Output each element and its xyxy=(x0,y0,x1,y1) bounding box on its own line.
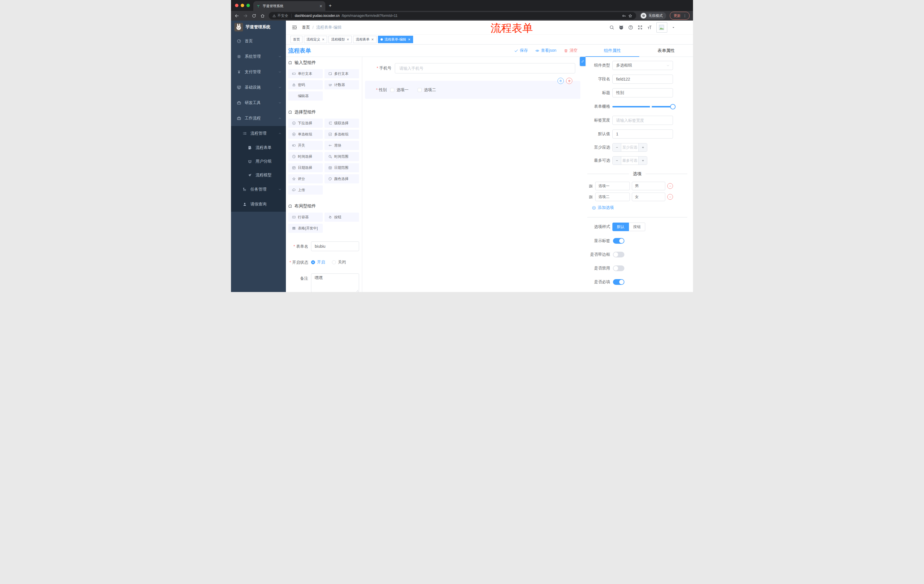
password-key-icon[interactable] xyxy=(622,14,626,18)
title-input[interactable] xyxy=(612,88,673,97)
form-remark-textarea[interactable]: 嘿嘿 xyxy=(311,273,359,292)
palette-item-table-dev[interactable]: 表格[开发中] xyxy=(288,224,323,233)
tag-process-form-edit[interactable]: 流程表单-编辑 ✕ xyxy=(378,36,413,43)
remove-option-button[interactable] xyxy=(667,194,673,200)
link-tab[interactable] xyxy=(580,57,586,66)
home-icon[interactable] xyxy=(260,13,265,18)
sidebar-item-home[interactable]: 首页 xyxy=(231,33,286,49)
avatar-caret-icon[interactable] xyxy=(672,26,675,30)
toggle-with-border[interactable] xyxy=(613,252,624,257)
field-name-input[interactable] xyxy=(612,74,673,84)
drag-handle-icon[interactable] xyxy=(588,184,593,189)
drag-handle-icon[interactable] xyxy=(588,194,593,199)
sidebar-item-process-model[interactable]: 流程模型 xyxy=(231,168,286,182)
style-option-default[interactable]: 默认 xyxy=(612,222,629,231)
window-zoom-button[interactable] xyxy=(246,4,250,7)
browser-update-button[interactable]: 更新 xyxy=(670,12,690,20)
toggle-required[interactable] xyxy=(613,279,624,285)
copy-component-button[interactable] xyxy=(558,78,564,84)
back-icon[interactable] xyxy=(234,13,239,18)
hamburger-icon[interactable] xyxy=(292,25,297,30)
palette-item-button[interactable]: 按钮 xyxy=(325,212,359,222)
tag-process-model[interactable]: 流程模型 ✕ xyxy=(328,36,351,43)
canvas-field-phone[interactable]: 手机号 xyxy=(367,63,575,73)
canvas-field-gender[interactable]: 性别 选项一 选项二 xyxy=(365,81,580,99)
palette-item-radio-group[interactable]: 单选框组 xyxy=(288,130,323,139)
slider-knob[interactable] xyxy=(670,104,676,109)
sidebar-item-payment[interactable]: 支付管理 xyxy=(231,64,286,80)
tab-form-props[interactable]: 表单属性 xyxy=(639,44,693,57)
tag-home[interactable]: 首页 xyxy=(290,36,302,43)
avatar[interactable] xyxy=(657,22,667,33)
palette-item-cascader[interactable]: 级联选择 xyxy=(325,118,359,128)
tag-close-icon[interactable]: ✕ xyxy=(322,38,325,41)
palette-item-multi-line-text[interactable]: 多行文本 xyxy=(325,69,359,78)
toggle-disabled[interactable] xyxy=(613,265,624,271)
stepper-plus-button[interactable] xyxy=(639,156,647,165)
palette-item-single-line-text[interactable]: 单行文本 xyxy=(288,69,323,78)
palette-item-password[interactable]: 密码 xyxy=(288,80,323,89)
new-tab-button[interactable]: + xyxy=(329,3,332,8)
sidebar-item-workflow[interactable]: 工作流程 xyxy=(231,110,286,126)
palette-item-select[interactable]: 下拉选择 xyxy=(288,118,323,128)
form-name-input[interactable] xyxy=(311,242,359,251)
toggle-show-label[interactable] xyxy=(613,238,624,244)
tab-component-props[interactable]: 组件属性 xyxy=(586,44,639,57)
option-name-input[interactable] xyxy=(595,182,630,190)
sidebar-item-infra[interactable]: 基础设施 xyxy=(231,80,286,95)
delete-component-button[interactable] xyxy=(566,78,573,84)
sidebar-item-system[interactable]: 系统管理 xyxy=(231,49,286,64)
component-type-select[interactable]: 多选框组 xyxy=(612,61,673,70)
security-chip[interactable]: 不安全 xyxy=(272,13,288,18)
breadcrumb-home[interactable]: 首页 xyxy=(302,25,310,30)
stepper-minus-button[interactable] xyxy=(613,156,621,165)
save-button[interactable]: 保存 xyxy=(514,48,528,53)
fullscreen-icon[interactable] xyxy=(637,25,643,30)
help-icon[interactable] xyxy=(628,25,633,30)
tag-close-icon[interactable]: ✕ xyxy=(408,38,411,41)
palette-item-editor[interactable]: 编辑器 xyxy=(288,91,323,100)
option-name-input[interactable] xyxy=(595,192,630,201)
palette-item-date-picker[interactable]: 日期选择 xyxy=(288,163,323,172)
palette-item-upload[interactable]: 上传 xyxy=(288,186,323,194)
browser-menu-icon[interactable] xyxy=(683,14,687,18)
palette-item-row-container[interactable]: 行容器 xyxy=(288,212,323,222)
forward-icon[interactable] xyxy=(243,13,248,18)
stepper-minus-button[interactable] xyxy=(613,143,621,151)
palette-item-time-range[interactable]: 时间范围 xyxy=(325,152,359,161)
clear-button[interactable]: 清空 xyxy=(564,48,578,53)
checkbox-unchecked-icon[interactable] xyxy=(390,88,394,92)
add-option-button[interactable]: 添加选项 xyxy=(592,205,693,210)
palette-item-date-range[interactable]: 日期范围 xyxy=(325,163,359,172)
tag-process-form[interactable]: 流程表单 ✕ xyxy=(353,36,376,43)
option-value-input[interactable] xyxy=(632,182,665,190)
slider-track[interactable] xyxy=(612,106,673,107)
reload-icon[interactable] xyxy=(252,13,256,18)
view-json-button[interactable]: 查看json xyxy=(535,48,556,53)
max-select-value[interactable]: 最多可选 xyxy=(621,156,639,165)
window-close-button[interactable] xyxy=(235,4,238,7)
tag-process-definition[interactable]: 流程定义 ✕ xyxy=(304,36,327,43)
checkbox-unchecked-icon[interactable] xyxy=(418,88,422,92)
phone-input[interactable] xyxy=(395,63,575,73)
palette-item-counter[interactable]: 123 计数器 xyxy=(325,80,359,89)
sidebar-item-task-mgmt[interactable]: 任务管理 xyxy=(231,182,286,197)
palette-item-checkbox-group[interactable]: 多选框组 xyxy=(325,130,359,139)
gender-checkbox-0[interactable]: 选项一 xyxy=(390,87,409,92)
remove-option-button[interactable] xyxy=(667,183,673,189)
font-size-icon[interactable] xyxy=(647,25,652,30)
style-option-button[interactable]: 按钮 xyxy=(629,222,645,231)
option-value-input[interactable] xyxy=(632,192,665,201)
palette-item-switch[interactable]: 开关 xyxy=(288,141,323,150)
sidebar-item-user-group[interactable]: 用户分组 xyxy=(231,155,286,168)
radio-status-on[interactable]: 开启 xyxy=(311,260,325,265)
gender-checkbox-1[interactable]: 选项二 xyxy=(418,87,436,92)
sidebar-item-process-mgmt[interactable]: 流程管理 xyxy=(231,126,286,141)
search-icon[interactable] xyxy=(609,25,614,30)
github-icon[interactable] xyxy=(619,25,624,30)
bookmark-star-icon[interactable] xyxy=(628,14,632,18)
palette-item-color-picker[interactable]: 颜色选择 xyxy=(325,174,359,183)
palette-item-time-picker[interactable]: 时间选择 xyxy=(288,152,323,161)
sidebar-item-dev-tools[interactable]: 研发工具 xyxy=(231,95,286,110)
window-minimize-button[interactable] xyxy=(241,4,244,7)
